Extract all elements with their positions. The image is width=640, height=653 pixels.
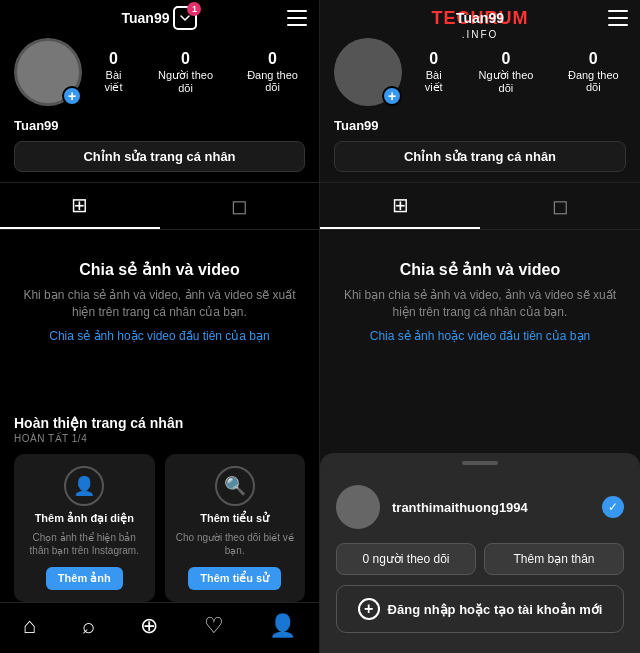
right-stat-posts: 0 Bài viết [416,50,451,94]
right-panel: TECHRUM .INFO Tuan99 + 0 Bài viết 0 Ngườ… [320,0,640,653]
left-panel: Tuan99 1 + 0 Bài viết 0 Người theo dõi [0,0,320,653]
left-tabs: ⊞ ◻ [0,182,319,230]
left-posts-label: Bài viết [96,69,131,94]
person-tag-icon: ◻ [231,194,248,218]
left-card-bio-btn[interactable]: Thêm tiểu sử [188,567,281,590]
hamburger-menu[interactable] [287,10,307,26]
right-edit-profile-button[interactable]: Chỉnh sửa trang cá nhân [334,141,626,172]
right-grid-icon: ⊞ [392,193,409,217]
right-stat-followers: 0 Người theo dõi [471,50,540,94]
left-card-avatar-btn[interactable]: Thêm ảnh [46,567,123,590]
left-stat-posts: 0 Bài viết [96,50,131,94]
right-following-label: Đang theo dõi [561,69,626,93]
left-stats: 0 Bài viết 0 Người theo dõi 0 Đang theo … [96,50,305,94]
left-complete-title: Hoàn thiện trang cá nhân [14,415,305,431]
add-avatar-icon[interactable]: + [62,86,82,106]
right-add-avatar-icon[interactable]: + [382,86,402,106]
left-bottom-nav: ⌂ ⌕ ⊕ ♡ 👤 [0,602,319,653]
left-following-count: 0 [268,50,277,68]
left-complete-subtitle: HOÀN TẤT 1/4 [14,433,305,444]
home-icon[interactable]: ⌂ [23,613,36,639]
left-card-avatar-title: Thêm ảnh đại diện [35,512,134,525]
left-complete-section: Hoàn thiện trang cá nhân HOÀN TẤT 1/4 👤 … [0,403,319,602]
heart-icon[interactable]: ♡ [204,613,224,639]
left-followers-label: Người theo dõi [151,69,220,94]
right-posts-label: Bài viết [416,69,451,94]
left-complete-cards: 👤 Thêm ảnh đại diện Chọn ảnh thể hiện bả… [14,454,305,602]
left-stat-followers: 0 Người theo dõi [151,50,220,94]
left-stat-following: 0 Đang theo dõi [240,50,305,94]
left-content-area: Chia sẻ ảnh và video Khi bạn chia sẻ ảnh… [0,230,319,403]
left-tab-tagged[interactable]: ◻ [160,183,320,229]
sheet-add-account-label: Đăng nhập hoặc tạo tài khoản mới [388,602,603,617]
right-followers-count: 0 [502,50,511,68]
right-header: Tuan99 [320,0,640,30]
profile-icon[interactable]: 👤 [269,613,296,639]
left-card-bio: 🔍 Thêm tiểu sử Cho người theo dõi biết v… [165,454,306,602]
sheet-account-row[interactable]: tranthimaithuong1994 ✓ [320,477,640,537]
left-following-label: Đang theo dõi [240,69,305,93]
left-card-avatar-desc: Chọn ảnh thể hiện bản thân bạn trên Inst… [24,531,145,557]
left-header-username: Tuan99 [122,10,170,26]
sheet-avatar [336,485,380,529]
right-followers-label: Người theo dõi [471,69,540,94]
left-card-avatar: 👤 Thêm ảnh đại diện Chọn ảnh thể hiện bả… [14,454,155,602]
right-tab-tagged[interactable]: ◻ [480,183,640,229]
sheet-handle [462,461,498,465]
left-posts-count: 0 [109,50,118,68]
add-icon[interactable]: ⊕ [140,613,158,639]
left-followers-count: 0 [181,50,190,68]
right-share-desc: Khi bạn chia sẻ ảnh và video, ảnh và vid… [340,287,620,321]
plus-icon: + [358,598,380,620]
right-hamburger-menu[interactable] [608,10,628,26]
right-person-tag-icon: ◻ [552,194,569,218]
right-following-count: 0 [589,50,598,68]
left-card-bio-desc: Cho người theo dõi biết về bạn. [175,531,296,557]
right-username: Tuan99 [320,116,640,141]
sheet-add-friend-btn[interactable]: Thêm bạn thân [484,543,624,575]
right-avatar-container: + [334,38,402,106]
right-tab-grid[interactable]: ⊞ [320,183,480,229]
left-avatar-container: + [14,38,82,106]
dropdown-badge: 1 [187,2,201,16]
left-share-title: Chia sẻ ảnh và video [79,260,239,279]
sheet-actions: 0 người theo dõi Thêm bạn thân [320,537,640,585]
right-header-username: Tuan99 [456,10,504,26]
dropdown-button[interactable]: 1 [173,6,197,30]
search-icon[interactable]: ⌕ [82,613,95,639]
sheet-add-account-btn[interactable]: + Đăng nhập hoặc tạo tài khoản mới [336,585,624,633]
right-posts-count: 0 [429,50,438,68]
left-edit-profile-button[interactable]: Chỉnh sửa trang cá nhân [14,141,305,172]
left-card-bio-title: Thêm tiểu sử [200,512,269,525]
right-tabs: ⊞ ◻ [320,182,640,230]
right-profile-section: + 0 Bài viết 0 Người theo dõi 0 Đang the… [320,30,640,116]
left-username: Tuan99 [0,116,319,141]
account-switcher[interactable]: Tuan99 1 [122,6,198,30]
sheet-followers-btn[interactable]: 0 người theo dõi [336,543,476,575]
left-header: Tuan99 1 [0,0,319,30]
sheet-check-icon: ✓ [602,496,624,518]
left-card-avatar-icon: 👤 [64,466,104,506]
right-stat-following: 0 Đang theo dõi [561,50,626,94]
grid-icon: ⊞ [71,193,88,217]
techrum-info: .INFO [432,29,529,40]
right-account-switcher[interactable]: Tuan99 [456,10,504,26]
right-share-title: Chia sẻ ảnh và video [400,260,560,279]
left-share-link[interactable]: Chia sẻ ảnh hoặc video đầu tiên của bạn [49,329,269,343]
bottom-sheet: tranthimaithuong1994 ✓ 0 người theo dõi … [320,453,640,653]
left-profile-section: + 0 Bài viết 0 Người theo dõi 0 Đang the… [0,30,319,116]
right-share-link[interactable]: Chia sẻ ảnh hoặc video đầu tiên của bạn [370,329,590,343]
left-card-bio-icon: 🔍 [215,466,255,506]
sheet-account-name: tranthimaithuong1994 [392,500,590,515]
right-stats: 0 Bài viết 0 Người theo dõi 0 Đang theo … [416,50,626,94]
left-tab-grid[interactable]: ⊞ [0,183,160,229]
left-share-desc: Khi bạn chia sẻ ảnh và video, ảnh và vid… [20,287,299,321]
